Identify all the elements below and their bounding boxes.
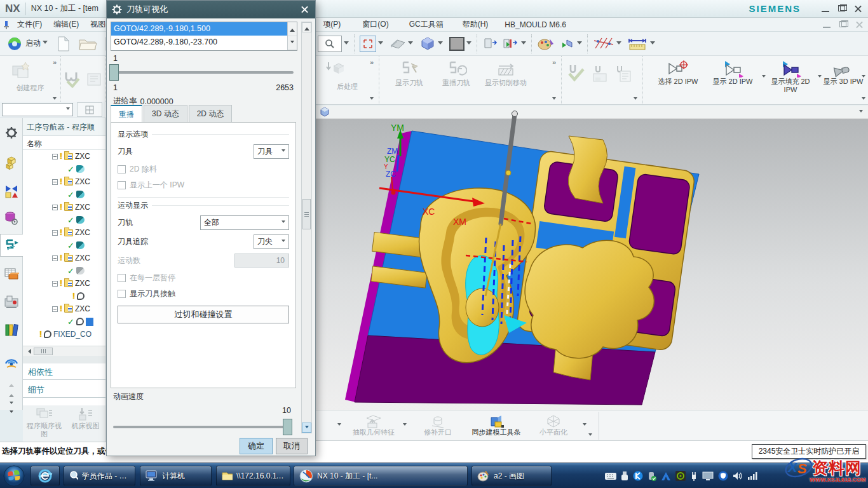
taskbar-computer-window[interactable]: 计算机 bbox=[140, 466, 212, 486]
facet-body-button[interactable]: 小平面化 bbox=[526, 414, 581, 437]
dialog-scrollbar[interactable] bbox=[301, 22, 312, 433]
check-tool-icon[interactable] bbox=[567, 64, 587, 83]
clipboard-tool-icon[interactable] bbox=[614, 65, 633, 83]
machine-view-button[interactable]: 机床视图 bbox=[67, 407, 104, 442]
snap-partial-button[interactable] bbox=[77, 102, 102, 117]
measure-icon[interactable] bbox=[627, 36, 648, 52]
scroll-up2-icon[interactable] bbox=[9, 391, 14, 397]
bg-caret-icon[interactable] bbox=[466, 41, 471, 47]
toolbar-caret-icon[interactable] bbox=[403, 423, 407, 428]
tool-trace-dropdown[interactable]: 刀尖 bbox=[254, 234, 289, 249]
tree-row[interactable]: !ZXC bbox=[23, 277, 105, 290]
show-toolpath-label[interactable]: 显示刀轨 bbox=[387, 79, 431, 87]
tree-row[interactable]: !FIXED_CO bbox=[23, 328, 105, 341]
menu-window[interactable]: 窗口(O) bbox=[356, 18, 394, 32]
show-toolpath-icon[interactable] bbox=[398, 60, 420, 79]
tree-row[interactable]: !ZXC bbox=[23, 226, 105, 239]
tree-label[interactable]: ZXC bbox=[75, 228, 90, 237]
open-folder-icon[interactable] bbox=[78, 36, 97, 51]
overflow-chevron-icon[interactable]: » bbox=[552, 58, 556, 66]
taskbar-paint-window[interactable]: a2 - 画图 bbox=[471, 466, 552, 486]
scroll-down-icon[interactable] bbox=[288, 36, 297, 50]
datum-lines-icon[interactable] bbox=[593, 36, 614, 52]
menu-hb-mould[interactable]: HB_MOULD M6.6 bbox=[499, 18, 572, 32]
replay-toolpath-label[interactable]: 重播刀轨 bbox=[434, 79, 478, 87]
tree-label[interactable]: ZXC bbox=[75, 177, 90, 186]
operation-navigator-icon[interactable] bbox=[0, 234, 23, 257]
tray-power-icon[interactable] bbox=[690, 471, 698, 481]
web-browser-icon[interactable] bbox=[0, 351, 23, 372]
motion-count-field[interactable]: 10 bbox=[234, 254, 289, 268]
scroll-down-icon[interactable] bbox=[10, 402, 13, 406]
details-panel[interactable]: 细节 bbox=[23, 381, 105, 398]
tab-replay[interactable]: 重播 bbox=[111, 105, 142, 122]
sheet-view-icon[interactable] bbox=[390, 37, 406, 51]
create-program-label[interactable]: 创建程序 bbox=[0, 84, 60, 92]
tab-3d-dynamic[interactable]: 3D 动态 bbox=[144, 105, 187, 122]
overflow-chevron-icon[interactable]: » bbox=[53, 58, 57, 66]
search-box[interactable] bbox=[318, 36, 342, 52]
dialog-scroll-thumb[interactable] bbox=[302, 199, 311, 229]
start-caret-icon[interactable] bbox=[43, 41, 48, 46]
scroll-down-icon[interactable] bbox=[302, 423, 311, 433]
tray-keyboard-icon[interactable] bbox=[605, 471, 616, 480]
scroll-up-icon[interactable] bbox=[302, 22, 311, 32]
extract-geometry-button[interactable]: 抽取几何特征 bbox=[346, 414, 401, 437]
show-cut-moves-label[interactable]: 显示切削移动 bbox=[481, 79, 531, 87]
menu-gc-toolbox[interactable]: GC工具箱 bbox=[403, 18, 449, 32]
dependencies-panel[interactable]: 相依性 bbox=[23, 363, 105, 380]
program-order-view-button[interactable]: 程序顺序视图 bbox=[25, 407, 64, 442]
show-filled-2d-ipw-label[interactable]: 显示填充 2D IPW bbox=[765, 78, 816, 94]
h-scrollbar[interactable] bbox=[23, 346, 105, 356]
palette-icon[interactable] bbox=[537, 36, 555, 51]
speed-slider-thumb[interactable] bbox=[283, 419, 292, 435]
checkbox-show-last-ipw[interactable]: 显示上一个 IPW bbox=[118, 180, 289, 191]
checkbox-pause-each-level[interactable]: 在每一层暂停 bbox=[118, 273, 289, 283]
scroll-left-icon[interactable] bbox=[25, 349, 31, 354]
move-caret-icon[interactable] bbox=[577, 41, 582, 47]
tray-display-icon[interactable] bbox=[702, 471, 714, 481]
position-slider-track[interactable] bbox=[113, 71, 294, 74]
menu-view[interactable]: 视图( bbox=[85, 18, 106, 32]
collapse-icon[interactable] bbox=[52, 154, 58, 159]
tree-label[interactable]: ZXC bbox=[75, 254, 90, 262]
sheet-caret-icon[interactable] bbox=[408, 41, 413, 47]
collapse-icon[interactable] bbox=[52, 230, 58, 236]
h-scroll-thumb[interactable] bbox=[34, 348, 53, 355]
scroll-up-icon[interactable] bbox=[288, 22, 297, 36]
overflow-chevron-icon[interactable]: » bbox=[370, 58, 374, 66]
tray-k-app-icon[interactable] bbox=[633, 471, 643, 481]
scroll-up-icon[interactable] bbox=[9, 381, 14, 387]
postprocess-label[interactable]: 后处理 bbox=[316, 83, 379, 91]
doc-close-button[interactable] bbox=[854, 20, 865, 29]
show-2d-ipw-label[interactable]: 显示 2D IPW bbox=[707, 78, 759, 86]
close-button[interactable] bbox=[853, 4, 864, 13]
tree-label[interactable]: ZXC bbox=[75, 203, 90, 212]
collapse-icon[interactable] bbox=[52, 306, 58, 312]
tray-nvidia-icon[interactable] bbox=[675, 471, 686, 481]
select-2d-ipw-icon[interactable] bbox=[667, 60, 689, 78]
show-cut-moves-icon[interactable] bbox=[495, 60, 517, 79]
goto-list-scrollbar[interactable] bbox=[287, 22, 297, 50]
dialog-close-icon[interactable] bbox=[300, 4, 310, 15]
datum-caret-icon[interactable] bbox=[616, 41, 621, 47]
minimize-button[interactable] bbox=[820, 4, 831, 13]
dialog-titlebar[interactable]: 刀轨可视化 bbox=[107, 1, 315, 18]
machine-library-icon[interactable] bbox=[0, 291, 23, 313]
collapse-icon[interactable] bbox=[52, 179, 58, 185]
checkbox-show-tool-contact[interactable]: 显示刀具接触 bbox=[118, 288, 289, 299]
tree-row[interactable]: !ZXC bbox=[23, 302, 105, 315]
restore-button[interactable] bbox=[836, 4, 848, 13]
goto-list[interactable]: GOTO/42.289,-9.180,1.500 GOTO/42.289,-9.… bbox=[111, 22, 297, 51]
group-caret-icon[interactable] bbox=[862, 97, 865, 102]
start-button[interactable]: 启动 bbox=[25, 38, 41, 49]
clip-work-section-icon[interactable] bbox=[501, 36, 519, 51]
menu-file[interactable]: 文件(F) bbox=[11, 18, 48, 32]
replay-toolpath-icon[interactable] bbox=[445, 60, 467, 79]
tree-row[interactable]: !ZXC bbox=[23, 252, 105, 264]
clip-caret-icon[interactable] bbox=[521, 41, 526, 47]
start-button[interactable] bbox=[3, 464, 25, 487]
tree-label[interactable]: ZXC bbox=[75, 304, 90, 313]
generate-toolpath-icon[interactable] bbox=[64, 70, 83, 88]
group-caret-icon[interactable] bbox=[53, 97, 57, 102]
